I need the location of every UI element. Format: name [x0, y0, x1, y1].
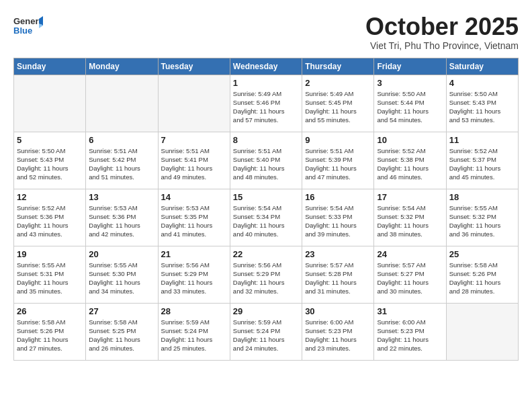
calendar-week-row: 26Sunrise: 5:58 AM Sunset: 5:26 PM Dayli…: [14, 303, 519, 360]
calendar-cell: 2Sunrise: 5:49 AM Sunset: 5:45 PM Daylig…: [302, 75, 374, 132]
day-info: Sunrise: 6:00 AM Sunset: 5:23 PM Dayligh…: [305, 318, 371, 353]
day-number: 30: [305, 306, 371, 316]
calendar-week-row: 12Sunrise: 5:52 AM Sunset: 5:36 PM Dayli…: [14, 189, 519, 246]
day-info: Sunrise: 5:52 AM Sunset: 5:37 PM Dayligh…: [449, 146, 515, 182]
calendar-week-row: 19Sunrise: 5:55 AM Sunset: 5:31 PM Dayli…: [14, 246, 519, 303]
day-info: Sunrise: 5:49 AM Sunset: 5:46 PM Dayligh…: [233, 89, 299, 125]
calendar-cell: [86, 75, 158, 132]
day-number: 16: [305, 192, 371, 202]
day-number: 27: [89, 306, 154, 316]
logo-icon: General Blue: [13, 13, 43, 38]
day-number: 11: [449, 135, 515, 145]
day-number: 9: [305, 135, 371, 145]
calendar-cell: 21Sunrise: 5:56 AM Sunset: 5:29 PM Dayli…: [158, 246, 230, 303]
calendar-cell: 29Sunrise: 5:59 AM Sunset: 5:24 PM Dayli…: [230, 303, 302, 360]
day-number: 10: [377, 135, 443, 145]
day-number: 26: [17, 306, 83, 316]
day-info: Sunrise: 5:49 AM Sunset: 5:45 PM Dayligh…: [305, 89, 371, 125]
calendar-cell: 8Sunrise: 5:51 AM Sunset: 5:40 PM Daylig…: [230, 132, 302, 189]
day-info: Sunrise: 5:53 AM Sunset: 5:35 PM Dayligh…: [161, 203, 227, 239]
weekday-header: Sunday: [14, 58, 86, 75]
calendar-cell: 27Sunrise: 5:58 AM Sunset: 5:25 PM Dayli…: [86, 303, 158, 360]
calendar-cell: 23Sunrise: 5:57 AM Sunset: 5:28 PM Dayli…: [302, 246, 374, 303]
day-number: 17: [377, 192, 443, 202]
day-number: 14: [161, 192, 227, 202]
day-info: Sunrise: 6:00 AM Sunset: 5:23 PM Dayligh…: [377, 318, 443, 353]
day-info: Sunrise: 5:55 AM Sunset: 5:32 PM Dayligh…: [449, 203, 515, 239]
calendar-cell: 1Sunrise: 5:49 AM Sunset: 5:46 PM Daylig…: [230, 75, 302, 132]
day-info: Sunrise: 5:52 AM Sunset: 5:36 PM Dayligh…: [17, 203, 83, 239]
day-info: Sunrise: 5:53 AM Sunset: 5:36 PM Dayligh…: [89, 203, 154, 239]
day-info: Sunrise: 5:58 AM Sunset: 5:26 PM Dayligh…: [449, 261, 515, 296]
day-info: Sunrise: 5:50 AM Sunset: 5:43 PM Dayligh…: [17, 146, 83, 182]
day-info: Sunrise: 5:51 AM Sunset: 5:41 PM Dayligh…: [161, 146, 227, 182]
day-number: 20: [89, 249, 154, 259]
weekday-header: Saturday: [446, 58, 518, 75]
calendar-cell: 7Sunrise: 5:51 AM Sunset: 5:41 PM Daylig…: [158, 132, 230, 189]
weekday-header: Monday: [86, 58, 158, 75]
weekday-header: Wednesday: [230, 58, 302, 75]
day-number: 2: [305, 78, 371, 88]
day-number: 5: [17, 135, 83, 145]
day-number: 29: [233, 306, 299, 316]
calendar-cell: 6Sunrise: 5:51 AM Sunset: 5:42 PM Daylig…: [86, 132, 158, 189]
calendar-table: SundayMondayTuesdayWednesdayThursdayFrid…: [13, 58, 519, 361]
day-info: Sunrise: 5:58 AM Sunset: 5:26 PM Dayligh…: [17, 318, 83, 353]
svg-text:Blue: Blue: [13, 26, 32, 36]
day-info: Sunrise: 5:56 AM Sunset: 5:29 PM Dayligh…: [233, 261, 299, 296]
calendar-cell: 22Sunrise: 5:56 AM Sunset: 5:29 PM Dayli…: [230, 246, 302, 303]
calendar-cell: 5Sunrise: 5:50 AM Sunset: 5:43 PM Daylig…: [14, 132, 86, 189]
calendar-cell: 10Sunrise: 5:52 AM Sunset: 5:38 PM Dayli…: [374, 132, 446, 189]
weekday-header: Tuesday: [158, 58, 230, 75]
day-number: 6: [89, 135, 154, 145]
calendar-cell: 17Sunrise: 5:54 AM Sunset: 5:32 PM Dayli…: [374, 189, 446, 246]
calendar-cell: 4Sunrise: 5:50 AM Sunset: 5:43 PM Daylig…: [446, 75, 518, 132]
day-info: Sunrise: 5:50 AM Sunset: 5:43 PM Dayligh…: [449, 89, 515, 125]
calendar-cell: [14, 75, 86, 132]
day-number: 28: [161, 306, 227, 316]
svg-text:General: General: [13, 16, 43, 26]
day-number: 12: [17, 192, 83, 202]
calendar-cell: [158, 75, 230, 132]
day-info: Sunrise: 5:54 AM Sunset: 5:32 PM Dayligh…: [377, 203, 443, 239]
calendar-cell: 20Sunrise: 5:55 AM Sunset: 5:30 PM Dayli…: [86, 246, 158, 303]
day-number: 25: [449, 249, 515, 259]
day-number: 31: [377, 306, 443, 316]
calendar-cell: 3Sunrise: 5:50 AM Sunset: 5:44 PM Daylig…: [374, 75, 446, 132]
day-number: 1: [233, 78, 299, 88]
day-number: 18: [449, 192, 515, 202]
calendar-cell: [446, 303, 518, 360]
calendar-cell: 14Sunrise: 5:53 AM Sunset: 5:35 PM Dayli…: [158, 189, 230, 246]
day-number: 19: [17, 249, 83, 259]
day-info: Sunrise: 5:59 AM Sunset: 5:24 PM Dayligh…: [161, 318, 227, 353]
day-info: Sunrise: 5:57 AM Sunset: 5:27 PM Dayligh…: [377, 261, 443, 296]
calendar-cell: 28Sunrise: 5:59 AM Sunset: 5:24 PM Dayli…: [158, 303, 230, 360]
logo: General Blue: [13, 13, 43, 38]
day-number: 13: [89, 192, 154, 202]
day-number: 22: [233, 249, 299, 259]
day-number: 15: [233, 192, 299, 202]
day-info: Sunrise: 5:58 AM Sunset: 5:25 PM Dayligh…: [89, 318, 154, 353]
location: Viet Tri, Phu Tho Province, Vietnam: [365, 40, 519, 51]
page-header: General Blue October 2025 Viet Tri, Phu …: [13, 13, 519, 51]
day-info: Sunrise: 5:55 AM Sunset: 5:31 PM Dayligh…: [17, 261, 83, 296]
day-info: Sunrise: 5:50 AM Sunset: 5:44 PM Dayligh…: [377, 89, 443, 125]
day-info: Sunrise: 5:55 AM Sunset: 5:30 PM Dayligh…: [89, 261, 154, 296]
day-info: Sunrise: 5:54 AM Sunset: 5:34 PM Dayligh…: [233, 203, 299, 239]
calendar-cell: 13Sunrise: 5:53 AM Sunset: 5:36 PM Dayli…: [86, 189, 158, 246]
day-number: 8: [233, 135, 299, 145]
day-number: 7: [161, 135, 227, 145]
day-info: Sunrise: 5:51 AM Sunset: 5:42 PM Dayligh…: [89, 146, 154, 182]
calendar-cell: 9Sunrise: 5:51 AM Sunset: 5:39 PM Daylig…: [302, 132, 374, 189]
calendar-cell: 19Sunrise: 5:55 AM Sunset: 5:31 PM Dayli…: [14, 246, 86, 303]
calendar-cell: 18Sunrise: 5:55 AM Sunset: 5:32 PM Dayli…: [446, 189, 518, 246]
calendar-cell: 30Sunrise: 6:00 AM Sunset: 5:23 PM Dayli…: [302, 303, 374, 360]
calendar-cell: 25Sunrise: 5:58 AM Sunset: 5:26 PM Dayli…: [446, 246, 518, 303]
weekday-header-row: SundayMondayTuesdayWednesdayThursdayFrid…: [14, 58, 519, 75]
day-info: Sunrise: 5:51 AM Sunset: 5:40 PM Dayligh…: [233, 146, 299, 182]
day-number: 3: [377, 78, 443, 88]
calendar-cell: 31Sunrise: 6:00 AM Sunset: 5:23 PM Dayli…: [374, 303, 446, 360]
weekday-header: Friday: [374, 58, 446, 75]
calendar-cell: 12Sunrise: 5:52 AM Sunset: 5:36 PM Dayli…: [14, 189, 86, 246]
day-number: 23: [305, 249, 371, 259]
